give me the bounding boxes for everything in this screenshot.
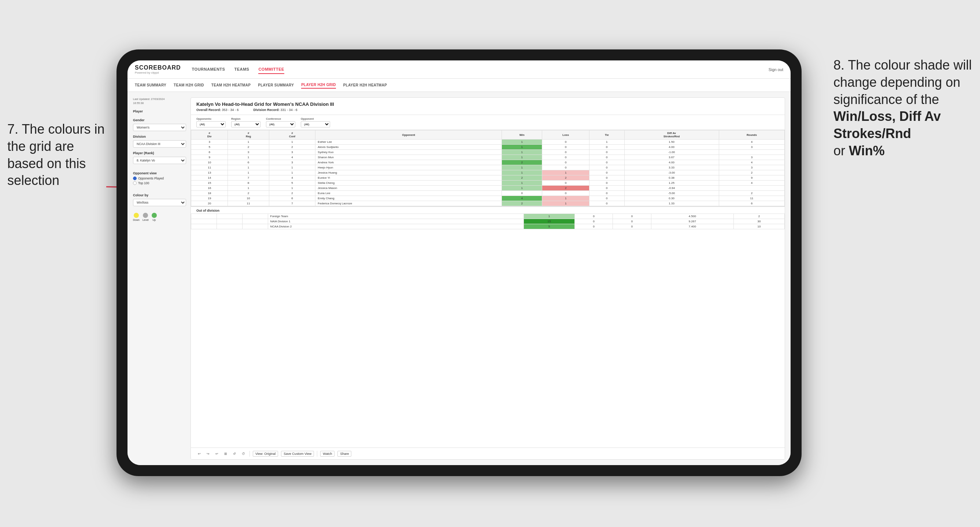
gender-section: Gender Women's [133,118,186,131]
legend-dot-level [143,213,148,218]
sub-nav-player-h2h-grid[interactable]: PLAYER H2H GRID [301,82,336,89]
division-section: Division NCAA Division III [133,135,186,148]
back-btn[interactable]: ↩ [214,451,220,456]
sub-nav: TEAM SUMMARY TEAM H2H GRID TEAM H2H HEAT… [127,79,791,92]
right-annotation-bold3: Win% [849,143,885,158]
timer-btn[interactable]: ⏱ [240,451,247,456]
legend-up: Up [152,213,157,221]
colour-by-dropdown[interactable]: Win/loss [133,199,186,206]
toolbar-sep-1 [250,451,250,457]
radio-dot-opponents-played [133,176,137,180]
conference-filter-select[interactable]: (All) [266,121,295,127]
player-rank-dropdown[interactable]: 8. Katelyn Vo [133,157,186,164]
region-filter: Region (All) [231,117,261,127]
col-reg: #Reg [228,130,269,140]
division-dropdown[interactable]: NCAA Division III [133,140,186,148]
tablet-screen: SCOREBOARD Powered by clippd TOURNAMENTS… [127,60,791,465]
sub-nav-team-summary[interactable]: TEAM SUMMARY [135,82,166,88]
left-panel: Last Updated: 27/03/2024 16:55:38 Player… [133,97,186,460]
right-annotation-bold1: Win/Loss, [834,109,896,124]
out-of-division-table: Foreign Team 1 0 0 4.500 2 NAIA Division… [191,214,785,229]
col-conf: #Conf [269,130,315,140]
logo-sub: Powered by clippd [135,71,181,75]
opponents-filter-label: Opponents: [196,117,226,121]
app-header: SCOREBOARD Powered by clippd TOURNAMENTS… [127,60,791,79]
table-row: 19 10 6 Emily Chang 4 1 0 0.30 11 [191,196,785,201]
conference-filter: Conference (All) [266,117,295,127]
player-rank-label: Player (Rank) [133,151,186,155]
col-win: Win [502,130,542,140]
main-nav: TOURNAMENTS TEAMS COMMITTEE [192,65,768,74]
filters-row: Opponents: (All) Region (All) Conference [191,115,785,130]
header-right: Sign out [768,67,783,72]
table-row: NCAA Division 2 5 0 0 7.400 10 [191,224,785,229]
nav-teams[interactable]: TEAMS [234,65,249,74]
main-content: Last Updated: 27/03/2024 16:55:38 Player… [127,92,791,465]
gender-label: Gender [133,118,186,122]
table-row: 11 1 1 Heejo Hyun 1 0 0 3.33 3 [191,165,785,170]
player-rank-section: Player (Rank) 8. Katelyn Vo [133,151,186,164]
right-annotation: 8. The colour shade will change dependin… [834,57,973,160]
radio-dot-top100 [133,181,137,185]
colour-by-section: Colour by Win/loss [133,194,186,206]
opponent-view-label: Opponent view [133,171,186,175]
table-row: 10 6 3 Andrea York 2 0 0 4.00 4 [191,160,785,165]
conference-filter-label: Conference [266,117,295,121]
sub-nav-team-h2h-grid[interactable]: TEAM H2H GRID [173,82,204,88]
table-row: 20 11 7 Federica Domecq Lacroze 2 1 0 1.… [191,201,785,206]
logo-text: SCOREBOARD [135,65,181,71]
opponents-filter: Opponents: (All) [196,117,226,127]
share-btn[interactable]: Share [337,451,352,457]
table-row: 6 3 3 Sydney Kuo 1 0 0 -1.00 [191,150,785,155]
right-content: Katelyn Vo Head-to-Head Grid for Women's… [191,97,785,460]
watch-btn[interactable]: Watch [320,451,334,457]
legend-down: Down [133,213,140,221]
refresh-btn[interactable]: ↺ [232,451,237,456]
legend-dot-down [134,213,139,218]
redo-btn[interactable]: ↪ [205,451,211,456]
player-section: Player [133,110,186,114]
col-loss: Loss [542,130,589,140]
table-row: 5 2 2 Alexis Sudjianto 1 0 0 4.00 3 [191,144,785,150]
table-row: 3 1 1 Esther Lee 1 0 1 1.50 4 [191,140,785,144]
table-row: 18 2 2 Euna Lee 0 0 0 -5.00 2 [191,191,785,196]
legend-row: Down Level Up [133,213,186,221]
legend-dot-up [152,213,157,218]
table-header-row: #Div #Reg #Conf Opponent Win Loss Tie Di… [191,130,785,140]
colour-by-label: Colour by [133,194,186,197]
table-row: 13 1 1 Jessica Huang 1 1 0 -3.00 2 [191,170,785,175]
save-custom-btn[interactable]: Save Custom View [281,451,314,457]
col-tie: Tie [589,130,624,140]
legend-level: Level [143,213,149,221]
left-annotation: 7. The colours in the grid are based on … [7,121,110,189]
division-label: Division [133,135,186,138]
col-opponent: Opponent [315,130,502,140]
tablet-device: SCOREBOARD Powered by clippd TOURNAMENTS… [116,49,802,476]
undo-btn[interactable]: ↩ [196,451,202,456]
sign-out-link[interactable]: Sign out [768,67,783,72]
division-record: Division Record: 331 - 34 - 6 [253,108,298,112]
grid-header: Katelyn Vo Head-to-Head Grid for Women's… [191,98,785,115]
out-of-division-label: Out of division [191,206,785,214]
opponents-filter-select[interactable]: (All) [196,121,226,127]
sub-nav-team-h2h-heatmap[interactable]: TEAM H2H HEATMAP [212,82,251,88]
table-row: 14 7 4 Eunice Yi 2 2 0 0.38 9 [191,175,785,181]
gender-dropdown[interactable]: Women's [133,124,186,131]
radio-top-100[interactable]: Top 100 [133,181,186,185]
region-filter-label: Region [231,117,261,121]
radio-opponents-played[interactable]: Opponents Played [133,176,186,180]
nav-tournaments[interactable]: TOURNAMENTS [192,65,225,74]
overall-record: Overall Record: 353 - 34 - 6 [196,108,239,112]
table-row: 16 1 1 Jessica Mason 1 2 0 -0.94 [191,186,785,191]
grid-btn[interactable]: ⊞ [223,451,229,456]
opponent-filter-select[interactable]: (All) [301,121,330,127]
sub-nav-player-h2h-heatmap[interactable]: PLAYER H2H HEATMAP [343,82,387,88]
region-filter-select[interactable]: (All) [231,121,261,127]
col-diff: Diff AvStrokes/Rnd [624,130,719,140]
data-table-wrap: #Div #Reg #Conf Opponent Win Loss Tie Di… [191,130,785,448]
sub-nav-player-summary[interactable]: PLAYER SUMMARY [258,82,294,88]
right-annotation-or: or [834,143,845,158]
opponent-filter: Opponent (All) [301,117,330,127]
nav-committee[interactable]: COMMITTEE [258,65,284,74]
view-original-btn[interactable]: View: Original [253,451,278,457]
